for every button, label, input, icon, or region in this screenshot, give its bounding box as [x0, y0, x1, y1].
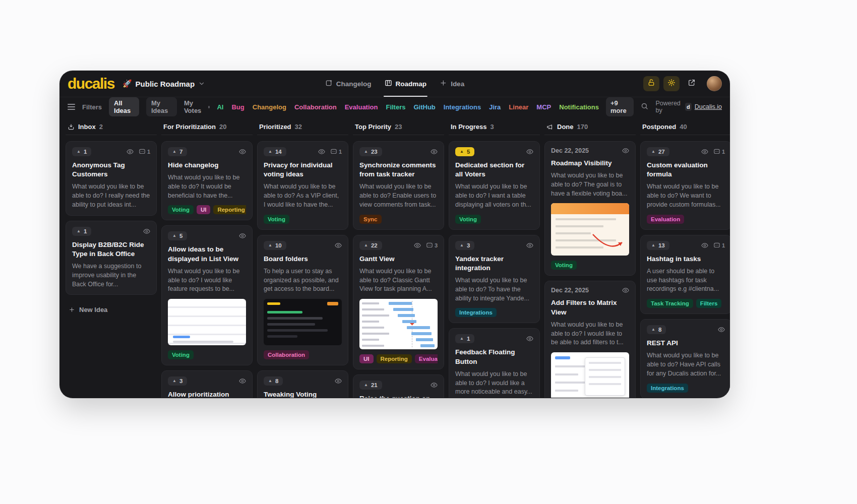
vote-button[interactable]: ▲1: [72, 147, 91, 156]
tag-reporting[interactable]: Reporting: [377, 354, 412, 363]
avatar[interactable]: [707, 76, 722, 91]
watch-button[interactable]: [127, 148, 134, 155]
new-idea-button[interactable]: New Idea: [66, 300, 157, 320]
tab-changelog[interactable]: Changelog: [325, 71, 372, 97]
tag-filter-evaluation[interactable]: Evaluation: [345, 103, 378, 111]
vote-button[interactable]: ▲23: [359, 147, 382, 156]
watch-button[interactable]: [701, 242, 708, 249]
scope-my-ideas[interactable]: My Ideas: [146, 97, 177, 116]
open-external-button[interactable]: [684, 76, 700, 91]
tag-voting[interactable]: Voting: [551, 261, 577, 270]
card-thumbnail-list-ui[interactable]: [168, 299, 246, 345]
board-title-menu[interactable]: 🚀 Public Roadmap: [123, 79, 205, 88]
watch-button[interactable]: [239, 377, 246, 385]
watch-button[interactable]: [335, 242, 342, 249]
vote-button[interactable]: ▲5: [455, 147, 474, 156]
idea-card[interactable]: Dec 22, 2025Add Filters to Matrix ViewWh…: [544, 281, 636, 398]
tag-reporting[interactable]: Reporting: [213, 205, 246, 214]
tag-evaluation[interactable]: Evaluation: [647, 215, 684, 224]
vote-button[interactable]: ▲8: [264, 376, 283, 386]
comments-badge[interactable]: 1: [139, 148, 150, 155]
watch-button[interactable]: [526, 148, 533, 155]
idea-card[interactable]: ▲23Synchronize comments from task tracke…: [353, 141, 444, 230]
comments-badge[interactable]: 1: [330, 148, 342, 155]
ducalis-link[interactable]: Ducalis.io: [695, 103, 722, 110]
tag-filter-collaboration[interactable]: Collaboration: [294, 103, 337, 111]
tag-filter-github[interactable]: GitHub: [413, 103, 435, 111]
vote-button[interactable]: ▲1: [72, 227, 91, 236]
idea-card[interactable]: ▲8Tweaking Voting Board's CSS: [257, 370, 348, 398]
idea-card[interactable]: ▲271Custom evaluation formulaWhat would …: [640, 141, 730, 230]
idea-card[interactable]: ▲8REST APIWhat would you like to be able…: [640, 319, 730, 398]
watch-button[interactable]: [622, 147, 629, 154]
idea-card[interactable]: ▲3Allow prioritization habits on non-`fi…: [161, 370, 253, 398]
tag-integrations[interactable]: Integrations: [455, 308, 497, 317]
watch-button[interactable]: [239, 148, 246, 155]
tag-filter-ai[interactable]: AI: [217, 103, 223, 111]
comments-badge[interactable]: 1: [713, 148, 725, 155]
tag-voting[interactable]: Voting: [455, 215, 481, 224]
tag-sync[interactable]: Sync: [359, 215, 382, 224]
idea-card[interactable]: Dec 22, 2025Roadmap VisibilityWhat would…: [544, 141, 636, 276]
watch-button[interactable]: [335, 377, 342, 385]
tag-integrations[interactable]: Integrations: [647, 384, 688, 393]
settings-button[interactable]: [663, 76, 680, 91]
scope-my-votes[interactable]: My Votes: [184, 99, 210, 114]
tag-filter-integrations[interactable]: Integrations: [444, 103, 481, 111]
idea-card[interactable]: ▲141Privacy for individual voting ideasW…: [257, 141, 348, 230]
tag-filter-linear[interactable]: Linear: [509, 103, 528, 111]
watch-button[interactable]: [239, 232, 246, 239]
card-thumbnail-dark-board[interactable]: [264, 299, 342, 345]
idea-card[interactable]: ▲223Gantt ViewWhat would you like to be …: [353, 235, 444, 369]
vote-button[interactable]: ▲5: [168, 231, 187, 240]
scope-all-ideas[interactable]: All Ideas: [109, 97, 139, 116]
idea-card[interactable]: ▲1Feedback Floating ButtonWhat would you…: [449, 328, 540, 398]
more-tags-button[interactable]: +9 more: [606, 97, 634, 116]
idea-card[interactable]: ▲1Display B2B/B2C Ride Type in Back Offi…: [66, 221, 157, 295]
idea-card[interactable]: ▲11Anonymous Tag CustomersWhat would you…: [66, 141, 157, 216]
vote-button[interactable]: ▲22: [359, 241, 382, 250]
card-thumbnail-matrix[interactable]: [551, 352, 629, 398]
tab-new-idea[interactable]: Idea: [440, 71, 464, 97]
tag-filters[interactable]: Filters: [696, 299, 722, 308]
idea-card[interactable]: ▲10Board foldersTo help a user to stay a…: [257, 235, 348, 365]
vote-button[interactable]: ▲7: [168, 147, 187, 156]
tag-ui[interactable]: UI: [197, 205, 211, 214]
vote-button[interactable]: ▲27: [647, 147, 669, 156]
watch-button[interactable]: [701, 148, 708, 155]
vote-button[interactable]: ▲14: [264, 147, 286, 156]
tag-voting[interactable]: Voting: [168, 205, 194, 214]
vote-button[interactable]: ▲21: [359, 381, 382, 390]
watch-button[interactable]: [143, 228, 150, 235]
vote-button[interactable]: ▲3: [168, 376, 187, 386]
vote-button[interactable]: ▲1: [455, 334, 474, 343]
card-thumbnail-orange-doc[interactable]: [551, 203, 629, 256]
ducalis-logo[interactable]: ducalis: [68, 76, 114, 91]
tag-filter-bug[interactable]: Bug: [231, 103, 244, 111]
tag-ui[interactable]: UI: [359, 354, 374, 363]
tab-roadmap[interactable]: Roadmap: [385, 71, 427, 97]
tag-filter-jira[interactable]: Jira: [489, 103, 501, 111]
card-thumbnail-gantt[interactable]: [359, 299, 438, 349]
watch-button[interactable]: [526, 335, 533, 342]
idea-card[interactable]: ▲5Dedicated section for all VotersWhat w…: [449, 141, 540, 230]
idea-card[interactable]: ▲5Allow ideas to be displayed in List Vi…: [161, 225, 253, 365]
vote-button[interactable]: ▲3: [455, 241, 474, 250]
tag-filter-filters[interactable]: Filters: [386, 103, 405, 111]
comments-badge[interactable]: 3: [426, 242, 438, 249]
tag-voting[interactable]: Voting: [264, 215, 289, 224]
unlock-button[interactable]: [643, 76, 659, 91]
tag-filter-changelog[interactable]: Changelog: [253, 103, 286, 111]
watch-button[interactable]: [526, 242, 533, 249]
vote-button[interactable]: ▲10: [264, 241, 286, 250]
tag-task-tracking[interactable]: Task Tracking: [647, 299, 693, 308]
comments-badge[interactable]: 1: [713, 242, 725, 249]
watch-button[interactable]: [431, 382, 438, 389]
tag-collaboration[interactable]: Collaboration: [264, 350, 309, 359]
tag-filter-mcp[interactable]: MCP: [536, 103, 551, 111]
search-button[interactable]: [641, 102, 648, 111]
watch-button[interactable]: [318, 148, 325, 155]
watch-button[interactable]: [414, 242, 421, 249]
tag-filter-notifications[interactable]: Notifications: [559, 103, 599, 111]
vote-button[interactable]: ▲8: [647, 325, 666, 334]
